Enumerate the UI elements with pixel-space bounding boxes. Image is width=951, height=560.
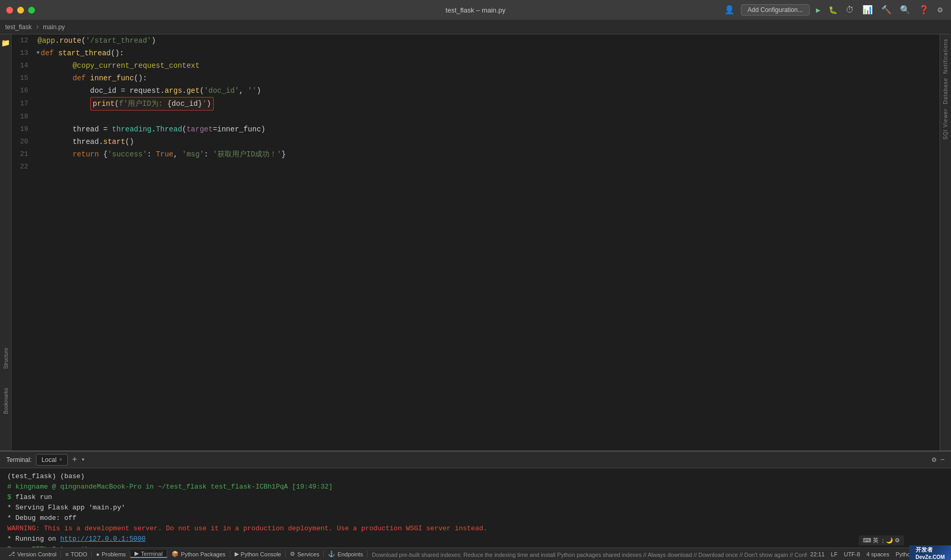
terminal-status-label: Terminal (141, 551, 163, 557)
add-configuration-button[interactable]: Add Configuration... (741, 4, 810, 16)
build-button[interactable]: 🔨 (879, 5, 894, 15)
left-terminal-panel: Structure Bookmarks (0, 348, 11, 414)
vc-icon: ⎇ (8, 551, 15, 557)
terminal-area: Terminal: Local × + ▾ ⚙ − (test_flask) (… (0, 451, 951, 547)
terminal-command: flask run (16, 493, 52, 501)
vc-label: Version Control (17, 551, 56, 557)
database-label[interactable]: Database (943, 78, 948, 104)
terminal-tab-close-icon[interactable]: × (59, 457, 62, 462)
code-line-17: 17 print(f'用户ID为: {doc_id}') (11, 97, 940, 111)
line-num-15: 15 (11, 72, 36, 84)
help-button[interactable]: ❓ (917, 5, 931, 15)
terminal-running: * Running on (7, 535, 60, 543)
line-num-17: 17 (11, 98, 36, 110)
terminal-output-1: * Serving Flask app 'main.py' (7, 504, 125, 512)
file-breadcrumb[interactable]: main.py (43, 23, 65, 31)
terminal-add-button[interactable]: + (72, 455, 77, 465)
fold-13[interactable]: ▼ (36, 47, 40, 59)
problems-tab[interactable]: ● Problems (92, 551, 130, 557)
project-breadcrumb: test_flask › main.py (0, 20, 951, 34)
code-line-13: 13 ▼ def start_thread(): (11, 47, 940, 59)
line-content-15: def inner_func(): (38, 72, 147, 84)
statusbar: ⎇ Version Control ≡ TODO ● Problems ▶ Te… (0, 547, 951, 560)
terminal-tab-label: Local (42, 456, 57, 464)
code-line-16: 16 doc_id = request.args.get('doc_id', '… (11, 84, 940, 97)
code-line-14: 14 @copy_current_request_context (11, 59, 940, 72)
debug-button[interactable]: 🐛 (826, 6, 839, 15)
settings-button[interactable]: ⚙ (935, 5, 945, 15)
search-button[interactable]: 🔍 (898, 5, 912, 15)
version-control-tab[interactable]: ⎇ Version Control (4, 551, 61, 557)
code-line-22: 22 (11, 161, 940, 173)
terminal-line-3: $ flask run (7, 492, 944, 503)
terminal-right-icons: ⚙ − (932, 455, 945, 464)
status-message: Download pre-built shared indexes: Reduc… (368, 550, 807, 559)
notifications-label[interactable]: Notifications (943, 39, 948, 74)
profile-button[interactable]: 📊 (860, 5, 875, 15)
code-line-19: 19 thread = threading.Thread(target=inne… (11, 123, 940, 136)
line-content-20: thread.start() (38, 136, 134, 148)
line-num-22: 22 (11, 161, 36, 173)
encoding[interactable]: UTF-8 (840, 551, 863, 557)
sqiviewer-label[interactable]: SQl Viewer (943, 108, 948, 140)
services-label: Services (297, 551, 319, 557)
terminal-tab-status[interactable]: ▶ Terminal (130, 550, 167, 558)
services-icon: ⚙ (290, 551, 295, 557)
terminal-url[interactable]: http://127.0.0.1:5000 (60, 535, 145, 543)
devze-watermark: 开发者DevZe.COM (909, 545, 951, 560)
python-packages-tab[interactable]: 📦 Python Packages (167, 551, 230, 557)
input-method-text: ⌨ 英 ；🌙 ⚙ (863, 537, 900, 543)
code-line-18: 18 (11, 111, 940, 123)
problems-icon: ● (96, 551, 100, 557)
terminal-local-tab[interactable]: Local × (36, 454, 68, 466)
line-num-13: 13 (11, 47, 36, 59)
endpoints-tab[interactable]: ⚓ Endpoints (324, 551, 368, 557)
terminal-status-icon: ▶ (135, 550, 139, 557)
python-console-tab[interactable]: ▶ Python Console (230, 551, 286, 557)
terminal-header: Terminal: Local × + ▾ ⚙ − (0, 452, 951, 468)
line-content-19: thread = threading.Thread(target=inner_f… (38, 123, 265, 136)
user-icon[interactable]: 👤 (722, 5, 737, 15)
todo-tab[interactable]: ≡ TODO (61, 551, 92, 557)
bookmarks-label[interactable]: Bookmarks (3, 388, 9, 414)
terminal-output-2: * Debug mode: off (7, 514, 77, 522)
endpoints-icon: ⚓ (328, 551, 335, 557)
line-ending[interactable]: LF (828, 551, 841, 557)
editor-area: 12 @app.route('/start_thread') 13 ▼ def … (11, 34, 940, 451)
line-num-18: 18 (11, 111, 36, 123)
run-button[interactable]: ▶ (814, 6, 822, 15)
project-icon[interactable]: 📁 (1, 39, 10, 47)
python-console-label: Python Console (241, 551, 282, 557)
line-num-19: 19 (11, 123, 36, 136)
code-container: 12 @app.route('/start_thread') 13 ▼ def … (11, 34, 940, 451)
terminal-warning: WARNING: This is a development server. D… (7, 525, 487, 532)
line-content-12: @app.route('/start_thread') (38, 34, 156, 47)
services-tab[interactable]: ⚙ Services (286, 551, 324, 557)
traffic-lights (6, 7, 35, 14)
terminal-line-2: # kingname @ qingnandeMacBook-Pro in ~/t… (7, 482, 944, 492)
close-button[interactable] (6, 7, 13, 14)
python-console-icon: ▶ (235, 551, 239, 557)
python-packages-icon: 📦 (172, 551, 179, 557)
coverage-button[interactable]: ⏱ (844, 5, 856, 15)
devze-logo: 开发者DevZe.COM (916, 546, 945, 560)
terminal-text: (test_flask) (base) (7, 472, 84, 480)
terminal-settings-icon[interactable]: ⚙ (932, 455, 936, 464)
structure-label[interactable]: Structure (3, 348, 9, 369)
right-panel: Notifications Database SQl Viewer (940, 34, 951, 451)
terminal-prompt: # kingname @ qingnandeMacBook-Pro in ~/t… (7, 483, 333, 491)
terminal-line-1: (test_flask) (base) (7, 471, 944, 482)
toolbar-right: 👤 Add Configuration... ▶ 🐛 ⏱ 📊 🔨 🔍 ❓ ⚙ (722, 4, 945, 16)
terminal-chevron-icon[interactable]: ▾ (81, 456, 85, 464)
indent-info[interactable]: 4 spaces (863, 551, 893, 557)
line-content-16: doc_id = request.args.get('doc_id', '') (38, 84, 261, 97)
line-num-16: 16 (11, 84, 36, 97)
problems-label: Problems (102, 551, 126, 557)
terminal-line-7: * Running on http://127.0.0.1:5000 (7, 534, 944, 544)
terminal-minimize-icon[interactable]: − (941, 456, 945, 464)
maximize-button[interactable] (28, 7, 35, 14)
code-line-21: 21 return {'success': True, 'msg': '获取用户… (11, 148, 940, 161)
cursor-position[interactable]: 22:11 (807, 551, 828, 557)
minimize-button[interactable] (17, 7, 24, 14)
project-name[interactable]: test_flask (5, 23, 32, 31)
